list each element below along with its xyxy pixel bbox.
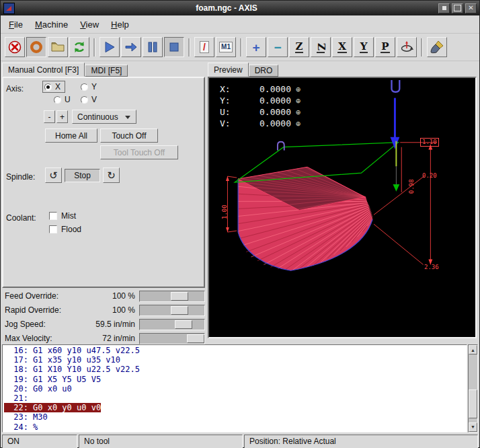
clear-plot-button[interactable] [427, 37, 447, 57]
dimension-label: 0.20 [422, 172, 437, 180]
max-velocity-row: Max Velocity: 72 in/min [2, 332, 205, 345]
mist-checkbox[interactable]: Mist [49, 211, 76, 221]
optional-pause-button[interactable]: M1 [216, 37, 236, 57]
axis-unhomed-icon [296, 85, 301, 94]
rotate-view-button[interactable] [397, 37, 417, 57]
axis-radio-v[interactable]: V [79, 94, 102, 106]
axis-radio-y[interactable]: Y [79, 81, 102, 93]
tab-preview[interactable]: Preview [208, 63, 249, 77]
jog-minus-button[interactable]: - [44, 110, 55, 123]
preview-canvas[interactable]: X: 0.0000 Y: 0.0000 U: 0.0000 [208, 77, 477, 338]
stop-icon [167, 40, 182, 54]
tab-dro[interactable]: DRO [249, 65, 279, 77]
tab-mdi[interactable]: MDI [F5] [85, 65, 128, 77]
scrollbar-trough[interactable] [469, 354, 477, 422]
gcode-line[interactable]: 18:G1 X10 Y10 u22.5 v22.5 [4, 365, 467, 374]
scrollbar-thumb[interactable] [469, 389, 477, 418]
slider-thumb[interactable] [171, 306, 188, 315]
estop-button[interactable] [5, 37, 25, 57]
tool-touch-off-button: Tool Touch Off [100, 145, 178, 159]
spindle-cw-button[interactable]: ↻ [103, 167, 120, 183]
slider-thumb[interactable] [171, 292, 188, 301]
slider-thumb[interactable] [175, 320, 192, 329]
gcode-line-active[interactable]: 22:G0 x0 y0 u0 v0 [4, 403, 467, 412]
touch-off-button[interactable]: Touch Off [100, 128, 158, 143]
toolbar: / M1 + − Z Z X Y P [1, 34, 479, 61]
home-all-button[interactable]: Home All [45, 128, 97, 143]
close-button[interactable] [465, 3, 477, 13]
play-icon [102, 40, 117, 54]
spindle-label: Spindle: [6, 172, 35, 182]
gcode-line[interactable]: 21: [4, 394, 467, 403]
axis-window: foam.ngc - AXIS File Machine View Help [0, 0, 480, 448]
toolbar-separator [188, 38, 190, 57]
scroll-up-arrow[interactable] [469, 345, 477, 354]
rapid-override-row: Rapid Override: 100 % [2, 303, 205, 317]
view-x-icon: X [337, 42, 347, 53]
run-step-button[interactable] [121, 37, 141, 57]
axis-radio-u[interactable]: U [52, 94, 75, 106]
flood-checkbox[interactable]: Flood [49, 225, 81, 234]
axis-radio-x[interactable]: X [42, 81, 65, 93]
dro-row-x: X: 0.0000 [220, 83, 301, 95]
jog-mode-dropdown[interactable]: Continuous [72, 110, 136, 124]
minimize-button[interactable] [438, 3, 450, 13]
dimension-label: 1.10 [420, 138, 439, 147]
reload-icon [72, 40, 87, 54]
zoom-in-button[interactable]: + [246, 37, 266, 57]
maximize-button[interactable] [452, 3, 463, 13]
max-velocity-slider[interactable] [139, 333, 205, 344]
menu-machine[interactable]: Machine [29, 17, 74, 32]
scroll-down-arrow[interactable] [469, 422, 477, 432]
view-z-rotated-button[interactable]: Z [311, 37, 331, 57]
maximize-icon [454, 5, 461, 11]
slider-thumb[interactable] [187, 334, 204, 343]
gcode-line[interactable]: 24:% [4, 422, 467, 432]
reload-file-button[interactable] [69, 37, 89, 57]
view-z-button[interactable]: Z [289, 37, 309, 57]
pause-icon [145, 40, 160, 54]
jog-speed-slider[interactable] [139, 319, 205, 330]
view-perspective-icon: P [381, 42, 389, 53]
spindle-stop-button[interactable]: Stop [65, 169, 100, 182]
spindle-ccw-button[interactable]: ↺ [45, 167, 62, 183]
gcode-scrollbar[interactable] [468, 344, 478, 433]
menubar: File Machine View Help [1, 15, 479, 34]
window-title: foam.ngc - AXIS [17, 3, 436, 13]
gcode-line[interactable]: 20:G0 x0 u0 [4, 384, 467, 394]
gcode-line[interactable]: 19:G1 X5 Y5 U5 V5 [4, 375, 467, 384]
feed-override-slider[interactable] [139, 291, 205, 302]
dro-row-u: U: 0.0000 [220, 106, 301, 118]
gcode-listing[interactable]: 16:G1 x60 y10 u47.5 v22.5 17:G1 x35 y10 … [2, 344, 467, 433]
minimize-icon [442, 6, 446, 10]
gcode-line[interactable]: 16:G1 x60 y10 u47.5 v22.5 [4, 346, 467, 355]
axis-unhomed-icon [296, 108, 301, 117]
tool-info-cell: No tool [79, 435, 243, 448]
radio-indicator-icon [81, 83, 88, 91]
skip-lines-button[interactable]: / [194, 37, 214, 57]
zoom-out-button[interactable]: − [268, 37, 288, 57]
menu-view[interactable]: View [74, 17, 105, 32]
dimension-label: 2.36 [424, 264, 439, 271]
menu-help[interactable]: Help [105, 17, 135, 32]
stop-button[interactable] [164, 37, 184, 57]
dro-row-y: Y: 0.0000 [220, 95, 301, 106]
jog-plus-button[interactable]: + [56, 110, 68, 123]
open-file-button[interactable] [48, 37, 68, 57]
run-program-button[interactable] [99, 37, 120, 57]
menu-file[interactable]: File [3, 17, 29, 32]
gcode-line[interactable]: 23:M30 [4, 412, 467, 422]
tab-manual-control[interactable]: Manual Control [F3] [2, 63, 85, 77]
titlebar[interactable]: foam.ngc - AXIS [1, 1, 479, 15]
view-perspective-button[interactable]: P [375, 37, 395, 57]
gcode-line[interactable]: 17:G1 x35 y10 u35 v10 [4, 355, 467, 365]
view-z-rotated-icon: Z [317, 42, 325, 53]
dro-readout: X: 0.0000 Y: 0.0000 U: 0.0000 [220, 83, 301, 129]
coolant-label: Coolant: [6, 213, 36, 223]
position-mode-cell: Position: Relative Actual [244, 435, 478, 448]
pause-button[interactable] [143, 37, 163, 57]
view-x-button[interactable]: X [332, 37, 352, 57]
rapid-override-slider[interactable] [139, 305, 205, 316]
view-y-button[interactable]: Y [354, 37, 374, 57]
machine-power-button[interactable] [26, 37, 46, 57]
